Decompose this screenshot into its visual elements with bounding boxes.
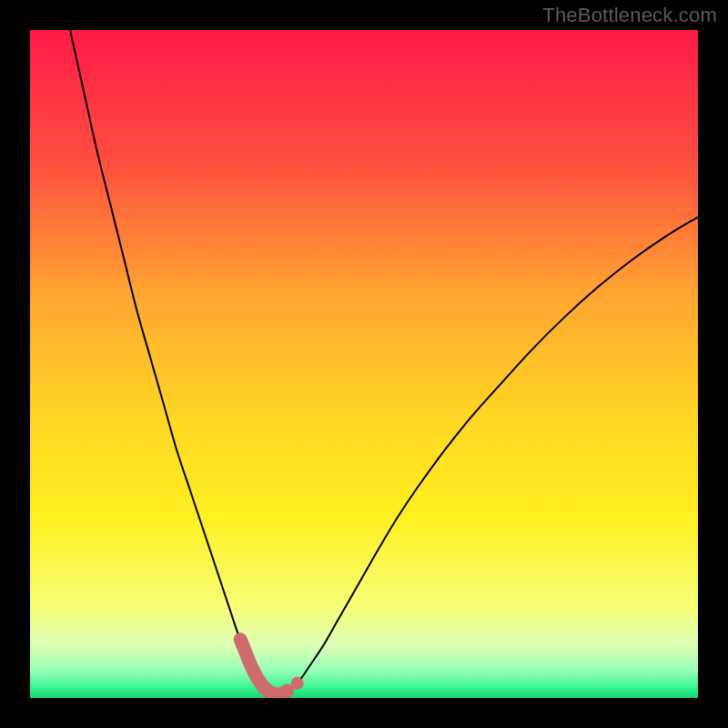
optimal-range-marker <box>240 640 287 694</box>
plot-area <box>30 30 698 698</box>
curve-svg <box>30 30 698 698</box>
marker-point-icon <box>291 677 304 690</box>
chart-frame: TheBottleneck.com <box>0 0 728 728</box>
bottleneck-curve-line <box>70 30 698 695</box>
watermark-text: TheBottleneck.com <box>542 4 717 27</box>
